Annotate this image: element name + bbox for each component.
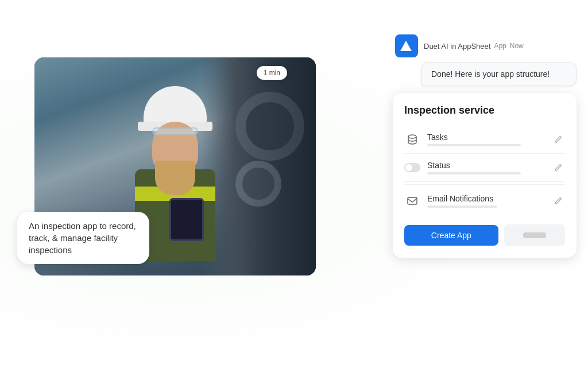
email-icon [404,193,420,209]
tasks-edit-button[interactable] [551,133,565,146]
create-app-button[interactable]: Create App [404,225,498,246]
card-title: Inspection service [404,104,565,117]
main-card: Inspection service Tasks [393,93,577,258]
email-edit-button[interactable] [551,194,565,208]
done-text: Done! Here is your app structure! [431,69,550,79]
email-bar [427,205,497,208]
tasks-label: Tasks [427,133,544,142]
email-content: Email Notifications [427,194,544,208]
status-label: Status [427,161,544,170]
top-bar: Duet AI in AppSheet App Now [393,34,577,57]
right-panel: Duet AI in AppSheet App Now Done! Here i… [393,34,577,258]
database-icon [404,131,420,148]
list-item-status: Status [404,154,565,182]
list-item-email: Email Notifications [404,187,565,215]
email-label: Email Notifications [427,194,544,203]
app-info-time: Now [510,42,524,50]
status-toggle[interactable] [404,163,420,172]
separator [404,184,565,185]
status-bar [427,172,521,174]
tasks-bar [427,144,521,146]
logo-triangle-icon [400,41,412,51]
chat-bubble-left: An inspection app to record, track, & ma… [17,212,149,264]
app-info-type: App [494,42,506,50]
list-item-tasks: Tasks [404,126,565,154]
tablet [169,198,204,241]
tasks-content: Tasks [427,133,544,146]
time-badge: 1 min [257,66,287,80]
secondary-button[interactable] [504,224,565,246]
toggle-icon [404,160,420,176]
app-info-top: Duet AI in AppSheet App Now [424,42,574,51]
buttons-row: Create App [404,224,565,246]
status-content: Status [427,161,544,174]
svg-rect-1 [408,197,417,204]
main-container: 1 min [0,0,588,392]
hard-hat [144,86,207,126]
status-edit-button[interactable] [551,161,565,174]
app-info: Duet AI in AppSheet App Now [424,42,574,51]
app-info-name: Duet AI in AppSheet [424,42,490,51]
appsheet-logo [395,34,418,57]
chat-bubble-text: An inspection app to record, track, & ma… [29,221,136,255]
done-bubble: Done! Here is your app structure! [421,62,577,86]
left-section: 1 min [17,46,316,293]
svg-point-0 [408,135,416,138]
